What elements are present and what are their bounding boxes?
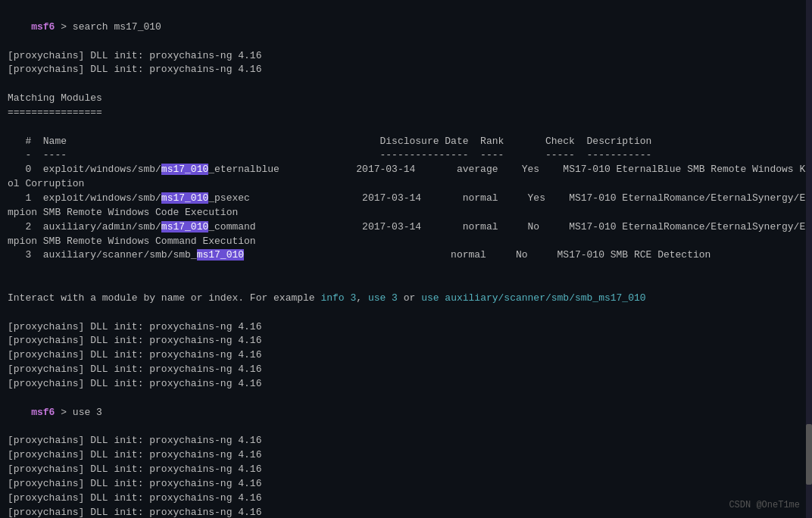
line-search: msf6 > search ms17_010 (8, 6, 804, 49)
cmd-text-2: > use 3 (55, 407, 102, 418)
blank-line (8, 77, 804, 92)
line-use3: msf6 > use 3 (8, 392, 804, 435)
aux-cmd: use auxiliary/scanner/smb/smb_ms17_010 (421, 292, 645, 304)
table-row-2-cont: mpion SMB Remote Windows Command Executi… (8, 235, 804, 249)
ms17-010-highlight-0: ms17_010 (161, 164, 208, 175)
proxy-line: [proxychains] DLL init: proxychains-ng 4… (8, 463, 804, 477)
msf-prompt-2: msf6 (31, 407, 55, 418)
matching-modules-label: Matching Modules (8, 92, 804, 106)
proxy-line: [proxychains] DLL init: proxychains-ng 4… (8, 63, 804, 77)
table-separator: - ---- --------------- ---- ----- ------… (8, 148, 804, 163)
matching-modules-sep: ================ (8, 106, 804, 120)
table-row-2: 2 auxiliary/admin/smb/ms17_010_command 2… (8, 220, 804, 235)
blank-line (8, 277, 804, 292)
table-row-1-cont: mpion SMB Remote Windows Code Execution (8, 206, 804, 220)
proxy-line: [proxychains] DLL init: proxychains-ng 4… (8, 348, 804, 363)
blank-line (8, 306, 804, 320)
blank-line (8, 263, 804, 277)
proxy-line: [proxychains] DLL init: proxychains-ng 4… (8, 363, 804, 377)
proxy-line: [proxychains] DLL init: proxychains-ng 4… (8, 49, 804, 64)
proxy-line: [proxychains] DLL init: proxychains-ng 4… (8, 448, 804, 463)
cmd-text: > search ms17_010 (55, 21, 161, 33)
use-cmd: use 3 (368, 292, 398, 304)
proxy-line: [proxychains] DLL init: proxychains-ng 4… (8, 377, 804, 392)
proxy-line: [proxychains] DLL init: proxychains-ng 4… (8, 434, 804, 448)
proxy-line: [proxychains] DLL init: proxychains-ng 4… (8, 334, 804, 348)
table-row-0: 0 exploit/windows/smb/ms17_010_eternalbl… (8, 163, 804, 177)
ms17-010-highlight-1: ms17_010 (161, 192, 208, 204)
proxy-line: [proxychains] DLL init: proxychains-ng 4… (8, 506, 804, 518)
watermark: CSDN @OneT1me (729, 499, 800, 512)
proxy-line: [proxychains] DLL init: proxychains-ng 4… (8, 320, 804, 335)
blank-line (8, 120, 804, 135)
ms17-010-highlight-3: ms17_010 (197, 249, 244, 261)
msf-prompt: msf6 (31, 21, 55, 33)
table-row-3: 3 auxiliary/scanner/smb/smb_ms17_010 nor… (8, 248, 804, 263)
table-row-0-cont: ol Corruption (8, 177, 804, 192)
scrollbar-thumb[interactable] (806, 424, 812, 485)
interact-line: Interact with a module by name or index.… (8, 292, 804, 306)
scrollbar[interactable] (806, 0, 812, 518)
table-row-1: 1 exploit/windows/smb/ms17_010_psexec 20… (8, 192, 804, 206)
terminal[interactable]: msf6 > search ms17_010 [proxychains] DLL… (0, 0, 812, 518)
proxy-line: [proxychains] DLL init: proxychains-ng 4… (8, 491, 804, 506)
info-cmd: info 3 (320, 292, 356, 304)
ms17-010-highlight-2: ms17_010 (161, 221, 208, 232)
proxy-line: [proxychains] DLL init: proxychains-ng 4… (8, 477, 804, 491)
table-header: # Name Disclosure Date Rank Check Descri… (8, 135, 804, 149)
